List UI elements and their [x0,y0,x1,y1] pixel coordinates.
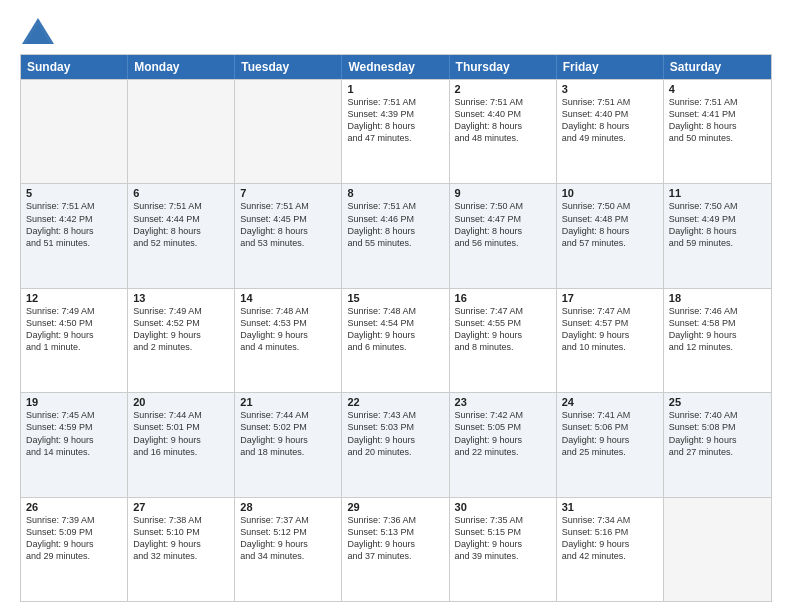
calendar-cell-0-6: 4Sunrise: 7:51 AM Sunset: 4:41 PM Daylig… [664,80,771,183]
calendar-cell-2-4: 16Sunrise: 7:47 AM Sunset: 4:55 PM Dayli… [450,289,557,392]
day-number: 10 [562,187,658,199]
calendar-cell-3-3: 22Sunrise: 7:43 AM Sunset: 5:03 PM Dayli… [342,393,449,496]
weekday-header-sunday: Sunday [21,55,128,79]
calendar-row-1: 5Sunrise: 7:51 AM Sunset: 4:42 PM Daylig… [21,183,771,287]
day-info: Sunrise: 7:43 AM Sunset: 5:03 PM Dayligh… [347,409,443,458]
calendar-cell-0-1 [128,80,235,183]
day-info: Sunrise: 7:44 AM Sunset: 5:02 PM Dayligh… [240,409,336,458]
day-info: Sunrise: 7:50 AM Sunset: 4:49 PM Dayligh… [669,200,766,249]
day-info: Sunrise: 7:51 AM Sunset: 4:39 PM Dayligh… [347,96,443,145]
day-number: 11 [669,187,766,199]
day-number: 30 [455,501,551,513]
day-number: 1 [347,83,443,95]
day-info: Sunrise: 7:41 AM Sunset: 5:06 PM Dayligh… [562,409,658,458]
day-info: Sunrise: 7:51 AM Sunset: 4:41 PM Dayligh… [669,96,766,145]
day-number: 19 [26,396,122,408]
weekday-header-monday: Monday [128,55,235,79]
day-number: 21 [240,396,336,408]
calendar-cell-1-0: 5Sunrise: 7:51 AM Sunset: 4:42 PM Daylig… [21,184,128,287]
day-info: Sunrise: 7:42 AM Sunset: 5:05 PM Dayligh… [455,409,551,458]
calendar-cell-1-6: 11Sunrise: 7:50 AM Sunset: 4:49 PM Dayli… [664,184,771,287]
calendar-cell-0-5: 3Sunrise: 7:51 AM Sunset: 4:40 PM Daylig… [557,80,664,183]
calendar-cell-1-3: 8Sunrise: 7:51 AM Sunset: 4:46 PM Daylig… [342,184,449,287]
logo-icon [20,16,56,46]
calendar-cell-3-5: 24Sunrise: 7:41 AM Sunset: 5:06 PM Dayli… [557,393,664,496]
calendar-cell-4-5: 31Sunrise: 7:34 AM Sunset: 5:16 PM Dayli… [557,498,664,601]
day-number: 18 [669,292,766,304]
calendar-cell-3-1: 20Sunrise: 7:44 AM Sunset: 5:01 PM Dayli… [128,393,235,496]
weekday-header-wednesday: Wednesday [342,55,449,79]
calendar-cell-4-0: 26Sunrise: 7:39 AM Sunset: 5:09 PM Dayli… [21,498,128,601]
day-info: Sunrise: 7:37 AM Sunset: 5:12 PM Dayligh… [240,514,336,563]
day-info: Sunrise: 7:38 AM Sunset: 5:10 PM Dayligh… [133,514,229,563]
day-info: Sunrise: 7:50 AM Sunset: 4:48 PM Dayligh… [562,200,658,249]
day-number: 24 [562,396,658,408]
calendar-cell-2-1: 13Sunrise: 7:49 AM Sunset: 4:52 PM Dayli… [128,289,235,392]
day-number: 31 [562,501,658,513]
calendar: SundayMondayTuesdayWednesdayThursdayFrid… [20,54,772,602]
calendar-cell-4-2: 28Sunrise: 7:37 AM Sunset: 5:12 PM Dayli… [235,498,342,601]
day-info: Sunrise: 7:35 AM Sunset: 5:15 PM Dayligh… [455,514,551,563]
calendar-body: 1Sunrise: 7:51 AM Sunset: 4:39 PM Daylig… [21,79,771,601]
day-info: Sunrise: 7:46 AM Sunset: 4:58 PM Dayligh… [669,305,766,354]
day-info: Sunrise: 7:49 AM Sunset: 4:50 PM Dayligh… [26,305,122,354]
calendar-cell-2-2: 14Sunrise: 7:48 AM Sunset: 4:53 PM Dayli… [235,289,342,392]
calendar-cell-2-0: 12Sunrise: 7:49 AM Sunset: 4:50 PM Dayli… [21,289,128,392]
day-info: Sunrise: 7:47 AM Sunset: 4:55 PM Dayligh… [455,305,551,354]
day-number: 3 [562,83,658,95]
day-info: Sunrise: 7:36 AM Sunset: 5:13 PM Dayligh… [347,514,443,563]
calendar-cell-3-2: 21Sunrise: 7:44 AM Sunset: 5:02 PM Dayli… [235,393,342,496]
day-info: Sunrise: 7:40 AM Sunset: 5:08 PM Dayligh… [669,409,766,458]
calendar-cell-2-3: 15Sunrise: 7:48 AM Sunset: 4:54 PM Dayli… [342,289,449,392]
calendar-cell-2-5: 17Sunrise: 7:47 AM Sunset: 4:57 PM Dayli… [557,289,664,392]
calendar-cell-1-1: 6Sunrise: 7:51 AM Sunset: 4:44 PM Daylig… [128,184,235,287]
day-info: Sunrise: 7:51 AM Sunset: 4:45 PM Dayligh… [240,200,336,249]
day-number: 12 [26,292,122,304]
weekday-header-saturday: Saturday [664,55,771,79]
day-info: Sunrise: 7:48 AM Sunset: 4:54 PM Dayligh… [347,305,443,354]
day-info: Sunrise: 7:34 AM Sunset: 5:16 PM Dayligh… [562,514,658,563]
day-info: Sunrise: 7:51 AM Sunset: 4:40 PM Dayligh… [562,96,658,145]
day-info: Sunrise: 7:51 AM Sunset: 4:42 PM Dayligh… [26,200,122,249]
calendar-row-0: 1Sunrise: 7:51 AM Sunset: 4:39 PM Daylig… [21,79,771,183]
calendar-row-3: 19Sunrise: 7:45 AM Sunset: 4:59 PM Dayli… [21,392,771,496]
calendar-cell-3-6: 25Sunrise: 7:40 AM Sunset: 5:08 PM Dayli… [664,393,771,496]
day-info: Sunrise: 7:51 AM Sunset: 4:44 PM Dayligh… [133,200,229,249]
day-number: 15 [347,292,443,304]
day-info: Sunrise: 7:48 AM Sunset: 4:53 PM Dayligh… [240,305,336,354]
calendar-cell-3-4: 23Sunrise: 7:42 AM Sunset: 5:05 PM Dayli… [450,393,557,496]
calendar-cell-2-6: 18Sunrise: 7:46 AM Sunset: 4:58 PM Dayli… [664,289,771,392]
day-number: 16 [455,292,551,304]
day-number: 27 [133,501,229,513]
calendar-row-4: 26Sunrise: 7:39 AM Sunset: 5:09 PM Dayli… [21,497,771,601]
day-info: Sunrise: 7:39 AM Sunset: 5:09 PM Dayligh… [26,514,122,563]
day-number: 9 [455,187,551,199]
weekday-header-friday: Friday [557,55,664,79]
day-info: Sunrise: 7:44 AM Sunset: 5:01 PM Dayligh… [133,409,229,458]
day-info: Sunrise: 7:47 AM Sunset: 4:57 PM Dayligh… [562,305,658,354]
calendar-cell-0-4: 2Sunrise: 7:51 AM Sunset: 4:40 PM Daylig… [450,80,557,183]
day-number: 26 [26,501,122,513]
calendar-header: SundayMondayTuesdayWednesdayThursdayFrid… [21,55,771,79]
day-number: 8 [347,187,443,199]
day-number: 20 [133,396,229,408]
calendar-cell-0-3: 1Sunrise: 7:51 AM Sunset: 4:39 PM Daylig… [342,80,449,183]
weekday-header-thursday: Thursday [450,55,557,79]
day-info: Sunrise: 7:49 AM Sunset: 4:52 PM Dayligh… [133,305,229,354]
day-number: 6 [133,187,229,199]
day-number: 7 [240,187,336,199]
calendar-cell-1-5: 10Sunrise: 7:50 AM Sunset: 4:48 PM Dayli… [557,184,664,287]
calendar-cell-0-2 [235,80,342,183]
day-number: 13 [133,292,229,304]
calendar-row-2: 12Sunrise: 7:49 AM Sunset: 4:50 PM Dayli… [21,288,771,392]
page: SundayMondayTuesdayWednesdayThursdayFrid… [0,0,792,612]
day-number: 29 [347,501,443,513]
day-number: 2 [455,83,551,95]
day-number: 22 [347,396,443,408]
day-number: 25 [669,396,766,408]
logo [20,16,60,46]
day-number: 23 [455,396,551,408]
day-number: 5 [26,187,122,199]
calendar-cell-1-4: 9Sunrise: 7:50 AM Sunset: 4:47 PM Daylig… [450,184,557,287]
day-number: 17 [562,292,658,304]
